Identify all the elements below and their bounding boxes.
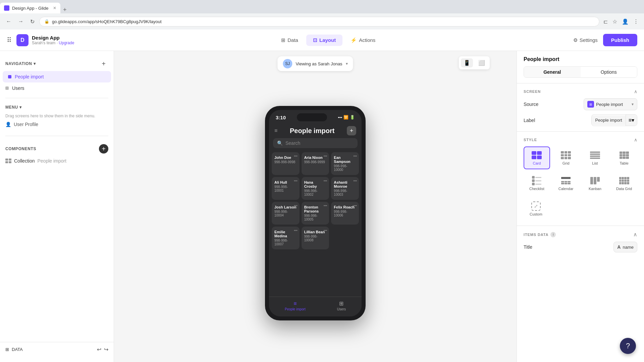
back-button[interactable]: ← (4, 17, 13, 26)
phone-status-bar: 3:10 ▪▪▪ 🛜 🔋 (269, 110, 362, 123)
person-phone: 998-998-10003 (334, 189, 356, 196)
calendar-style-label: Calendar (558, 187, 574, 191)
sidebar-item-user-profile[interactable]: 👤 User Profile (5, 120, 108, 129)
table-row[interactable]: ••• Felix Roach 998-998-10006 (331, 202, 359, 225)
phone-add-button[interactable]: + (347, 126, 356, 135)
tab-actions[interactable]: ⚡ Actions (344, 35, 382, 46)
title-value-text: name (623, 245, 634, 250)
tab-layout[interactable]: ⊡ Layout (306, 35, 342, 46)
hamburger-icon[interactable]: ≡ (274, 128, 277, 134)
bottom-nav-users-icon: ⊞ (339, 300, 343, 307)
style-checklist[interactable]: Checklist (524, 172, 550, 195)
data-grid-style-icon (618, 176, 630, 185)
logo-box: D (16, 34, 29, 46)
phone-app-header: ≡ People import + (269, 123, 362, 138)
topbar-tabs: ⊞ Data ⊡ Layout ⚡ Actions (89, 35, 568, 46)
data-button[interactable]: ⊞ DATA (5, 347, 23, 352)
topbar: ⠿ D Design App NAVIGATION Sarah's team ·… (0, 29, 644, 51)
table-row[interactable]: ••• Emilie Medina 998-998-10007 (272, 227, 300, 249)
title-value-select[interactable]: A name (613, 242, 637, 252)
table-row[interactable]: ••• Brenton Parsons 998-998-10005 (302, 202, 329, 225)
bookmark-icon[interactable]: ☆ (611, 17, 619, 26)
navigation-label: NAVIGATION (5, 61, 32, 66)
card-dots-icon: ••• (294, 154, 298, 158)
tab-general[interactable]: General (524, 67, 581, 77)
help-button[interactable]: ? (620, 338, 636, 354)
table-row[interactable]: ••• Hana Crosby 998-998-10002 (302, 177, 329, 200)
style-data-grid[interactable]: Data Grid (611, 172, 637, 195)
tablet-device-button[interactable]: ⬜ (476, 58, 488, 67)
style-list[interactable]: List (582, 146, 608, 169)
style-section-header[interactable]: STYLE ∧ (524, 137, 637, 142)
users-label: Users (12, 85, 24, 91)
add-navigation-button[interactable]: + (99, 59, 108, 68)
undo-redo: ↩ ↪ (97, 346, 108, 353)
table-row[interactable]: ••• Lillian Bean 998-998-10008 (302, 227, 329, 249)
bottom-nav-people-import[interactable]: ≡ People import (285, 301, 306, 311)
style-section: STYLE ∧ Card Grid (517, 132, 644, 226)
items-data-info-icon[interactable]: i (550, 232, 556, 237)
person-name: Lillian Bean (304, 230, 327, 234)
card-dots-icon: ••• (324, 229, 327, 232)
apps-grid-icon[interactable]: ⠿ (7, 36, 12, 44)
tab-close[interactable]: ✕ (53, 6, 56, 10)
table-row[interactable]: ••• Josh Larson 998-998-10004 (272, 202, 300, 225)
add-component-button[interactable]: + (99, 144, 108, 154)
table-row[interactable]: ••• Ashanti Monroe 998-998-10003 (331, 177, 359, 200)
undo-button[interactable]: ↩ (97, 346, 101, 353)
sidebar-item-people-import[interactable]: People import (3, 71, 111, 82)
card-dots-icon: ••• (353, 204, 357, 207)
label-select[interactable]: People import ≡▾ (591, 114, 637, 126)
style-section-chevron: ∧ (634, 137, 637, 142)
left-sidebar: NAVIGATION ▾ + People import Users MENU … (0, 51, 114, 362)
data-tab-label: Data (287, 37, 298, 43)
settings-button[interactable]: ⚙ Settings (573, 37, 598, 43)
items-data-chevron[interactable]: ∧ (633, 231, 637, 238)
publish-button[interactable]: Publish (603, 34, 637, 46)
refresh-button[interactable]: ↻ (28, 17, 37, 26)
search-placeholder: Search (285, 140, 300, 146)
profile-icon[interactable]: 👤 (621, 17, 630, 26)
style-custom[interactable]: Custom (524, 197, 548, 220)
style-calendar[interactable]: Calendar (553, 172, 579, 195)
title-value-icon: A (617, 244, 621, 250)
device-toggle: 📱 ⬜ (459, 56, 490, 69)
upgrade-link[interactable]: Upgrade (59, 41, 74, 45)
phone-search-bar[interactable]: 🔍 Search (273, 138, 358, 148)
phone-device-button[interactable]: 📱 (461, 58, 473, 67)
card-dots-icon: ••• (294, 229, 298, 232)
table-row[interactable]: ••• Aria Nixon 998-998-9999 (302, 152, 329, 175)
new-tab-button[interactable]: + (60, 6, 69, 13)
source-select-icon: ⊞ (587, 101, 594, 108)
browser-nav-bar: ← → ↻ 🔒 go.glideapps.com/app/sHoQEhK79BC… (0, 13, 644, 29)
viewer-text: Viewing as Sarah Jonas (296, 61, 342, 66)
forward-button[interactable]: → (16, 17, 25, 26)
card-dots-icon: ••• (324, 179, 327, 183)
bottom-nav-users[interactable]: ⊞ Users (337, 300, 346, 311)
cast-icon[interactable]: ⊏ (602, 17, 609, 26)
table-row[interactable]: ••• Ean Sampson 998-998-10000 (331, 152, 359, 175)
table-row[interactable]: ••• Ali Hull 998-998-10001 (272, 177, 300, 200)
sidebar-divider-2 (5, 136, 108, 136)
table-row[interactable]: ••• John Doe 998-998-9998 (272, 152, 300, 175)
label-select-icon: ≡▾ (626, 115, 637, 126)
extensions-icon[interactable]: ⋮ (632, 17, 640, 26)
sidebar-item-users[interactable]: Users (0, 82, 114, 94)
menu-section: MENU ▾ Drag screens here to show them in… (0, 102, 114, 132)
style-kanban[interactable]: Kanban (582, 172, 608, 195)
tab-data[interactable]: ⊞ Data (274, 35, 305, 46)
address-bar[interactable]: 🔒 go.glideapps.com/app/sHoQEhK79BCg8pugJ… (39, 17, 599, 26)
style-grid[interactable]: Grid (553, 146, 579, 169)
source-select[interactable]: ⊞ People import ▾ (584, 98, 637, 110)
collection-item[interactable]: Collection People import (5, 157, 108, 165)
style-table[interactable]: Table (611, 146, 637, 169)
menu-title[interactable]: MENU ▾ (5, 105, 108, 110)
tab-options[interactable]: Options (581, 67, 637, 77)
card-style-label: Card (533, 161, 541, 165)
redo-button[interactable]: ↪ (104, 346, 108, 353)
list-style-label: List (592, 161, 598, 165)
browser-tabs: Design App - Glide ✕ + (0, 0, 644, 13)
style-card[interactable]: Card (524, 146, 550, 169)
screen-section-header[interactable]: SCREEN ∧ (524, 89, 637, 94)
phone-app-title: People import (290, 127, 334, 135)
